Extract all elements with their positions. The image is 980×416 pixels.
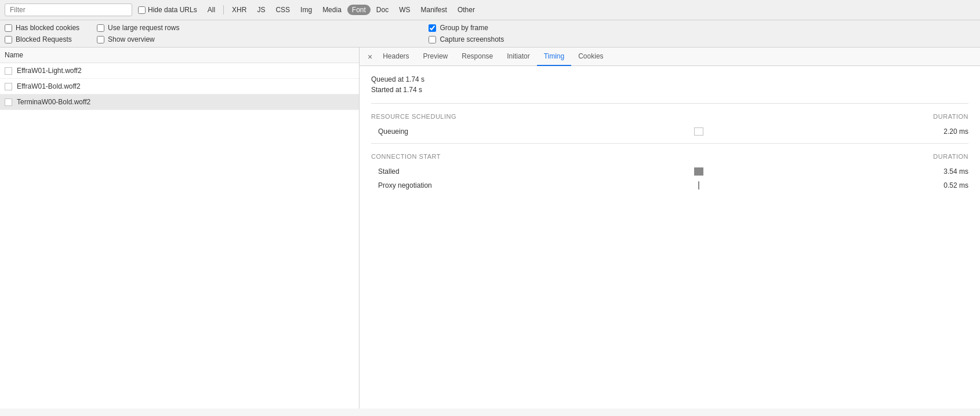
queueing-row: Queueing 2.20 ms: [371, 125, 968, 138]
filter-type-manifest[interactable]: Manifest: [416, 5, 452, 15]
group-by-frame-checkbox[interactable]: [429, 24, 436, 32]
use-large-rows-checkbox[interactable]: [97, 24, 104, 32]
group-by-frame-label: Group by frame: [440, 24, 488, 32]
queueing-bar: [694, 127, 703, 136]
show-overview-checkbox[interactable]: [97, 36, 104, 43]
tab-timing[interactable]: Timing: [537, 48, 572, 66]
hide-data-urls-option: Hide data URLs: [138, 6, 197, 14]
started-at: Started at 1.74 s: [371, 86, 968, 94]
file-checkbox: [5, 83, 12, 90]
has-blocked-cookies-option: Has blocked cookies: [5, 24, 79, 32]
options-middle: Use large request rows Show overview: [97, 24, 179, 43]
top-bar: Hide data URLs All XHR JS CSS Img Media …: [0, 0, 980, 20]
use-large-rows-option: Use large request rows: [97, 24, 179, 32]
tab-response: Response: [455, 48, 500, 66]
capture-screenshots-checkbox[interactable]: [429, 36, 436, 43]
left-panel: Name EffraW01-Light.woff2 EffraW01-Bold.…: [0, 48, 360, 408]
file-checkbox: [5, 67, 12, 75]
filter-types: All XHR JS CSS Img Media Font Doc WS Man…: [203, 5, 480, 15]
file-name: EffraW01-Bold.woff2: [17, 82, 81, 90]
name-header: Name: [0, 48, 359, 63]
queueing-duration: 2.20 ms: [922, 127, 968, 136]
group-by-frame-option: Group by frame: [429, 24, 504, 32]
filter-type-img[interactable]: Img: [296, 5, 317, 15]
filter-type-ws[interactable]: WS: [394, 5, 415, 15]
resource-scheduling-title: Resource Scheduling: [371, 113, 456, 120]
file-name: TerminaW00-Bold.woff2: [17, 98, 90, 106]
filter-type-css[interactable]: CSS: [271, 5, 295, 15]
queueing-label: Queueing: [371, 127, 476, 136]
filter-type-all[interactable]: All: [203, 5, 220, 15]
queueing-bar-container: [476, 127, 922, 136]
connection-start-header: Connection Start DURATION: [371, 153, 968, 160]
filter-type-other[interactable]: Other: [453, 5, 480, 15]
timing-content: Queued at 1.74 s Started at 1.74 s Resou…: [360, 66, 980, 408]
main-content: Name EffraW01-Light.woff2 EffraW01-Bold.…: [0, 48, 980, 408]
filter-type-xhr[interactable]: XHR: [227, 5, 251, 15]
stalled-duration: 3.54 ms: [922, 167, 968, 176]
connection-start-duration-label: DURATION: [933, 153, 968, 160]
proxy-row: Proxy negotiation 0.52 ms: [371, 178, 968, 192]
has-blocked-cookies-label: Has blocked cookies: [16, 24, 79, 32]
options-left: Has blocked cookies Blocked Requests: [5, 24, 79, 43]
tab-cookies[interactable]: Cookies: [571, 48, 610, 66]
filter-type-font[interactable]: Font: [347, 5, 371, 15]
file-list: EffraW01-Light.woff2 EffraW01-Bold.woff2…: [0, 63, 359, 408]
use-large-rows-label: Use large request rows: [108, 24, 179, 32]
capture-screenshots-label: Capture screenshots: [440, 35, 504, 43]
has-blocked-cookies-checkbox[interactable]: [5, 24, 12, 32]
file-name: EffraW01-Light.woff2: [17, 67, 82, 75]
filter-type-doc[interactable]: Doc: [372, 5, 393, 15]
show-overview-label: Show overview: [108, 35, 155, 43]
list-item[interactable]: EffraW01-Bold.woff2: [0, 79, 359, 94]
file-checkbox: [5, 98, 12, 106]
proxy-duration: 0.52 ms: [922, 181, 968, 189]
tab-preview: Preview: [416, 48, 455, 66]
stalled-row: Stalled 3.54 ms: [371, 165, 968, 178]
blocked-requests-label: Blocked Requests: [16, 35, 72, 43]
hide-data-urls-label: Hide data URLs: [148, 6, 197, 14]
right-panel: × Headers Preview Response Initiator Tim…: [360, 48, 980, 408]
proxy-bar: [698, 181, 699, 189]
connection-start-title: Connection Start: [371, 153, 441, 160]
show-overview-option: Show overview: [97, 35, 179, 43]
stalled-label: Stalled: [371, 167, 476, 176]
filter-type-media[interactable]: Media: [318, 5, 346, 15]
list-item[interactable]: TerminaW00-Bold.woff2: [0, 94, 359, 110]
filter-type-js[interactable]: JS: [252, 5, 270, 15]
close-button[interactable]: ×: [364, 48, 376, 65]
tab-initiator: Initiator: [500, 48, 536, 66]
tabs-bar: × Headers Preview Response Initiator Tim…: [360, 48, 980, 66]
proxy-bar-container: [476, 181, 922, 189]
filter-input[interactable]: [5, 3, 132, 16]
resource-scheduling-duration-label: DURATION: [933, 113, 968, 120]
tab-headers: Headers: [376, 48, 416, 66]
stalled-bar-container: [476, 167, 922, 176]
resource-scheduling-header: Resource Scheduling DURATION: [371, 113, 968, 120]
queued-at: Queued at 1.74 s: [371, 75, 968, 83]
options-bar: Has blocked cookies Blocked Requests Use…: [0, 20, 980, 48]
options-right: Group by frame Capture screenshots: [429, 24, 504, 43]
proxy-label: Proxy negotiation: [371, 181, 476, 189]
stalled-bar: [694, 167, 703, 176]
divider2: [371, 143, 968, 144]
capture-screenshots-option: Capture screenshots: [429, 35, 504, 43]
blocked-requests-checkbox[interactable]: [5, 36, 12, 43]
blocked-requests-option: Blocked Requests: [5, 35, 79, 43]
timing-header-info: Queued at 1.74 s Started at 1.74 s: [371, 75, 968, 94]
divider: [371, 103, 968, 104]
list-item[interactable]: EffraW01-Light.woff2: [0, 63, 359, 79]
hide-data-urls-checkbox[interactable]: [138, 6, 146, 14]
